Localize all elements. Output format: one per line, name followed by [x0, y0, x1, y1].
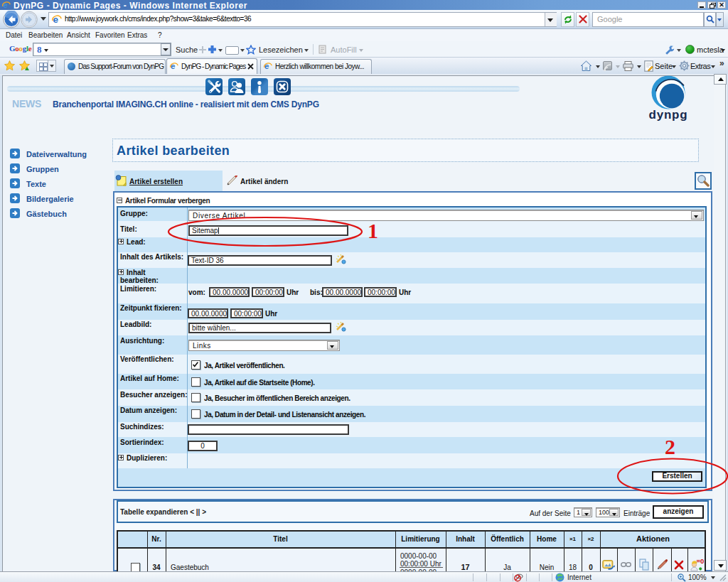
svg-text:=0: =0 — [697, 557, 705, 565]
svg-text:dynpg: dynpg — [649, 108, 688, 122]
